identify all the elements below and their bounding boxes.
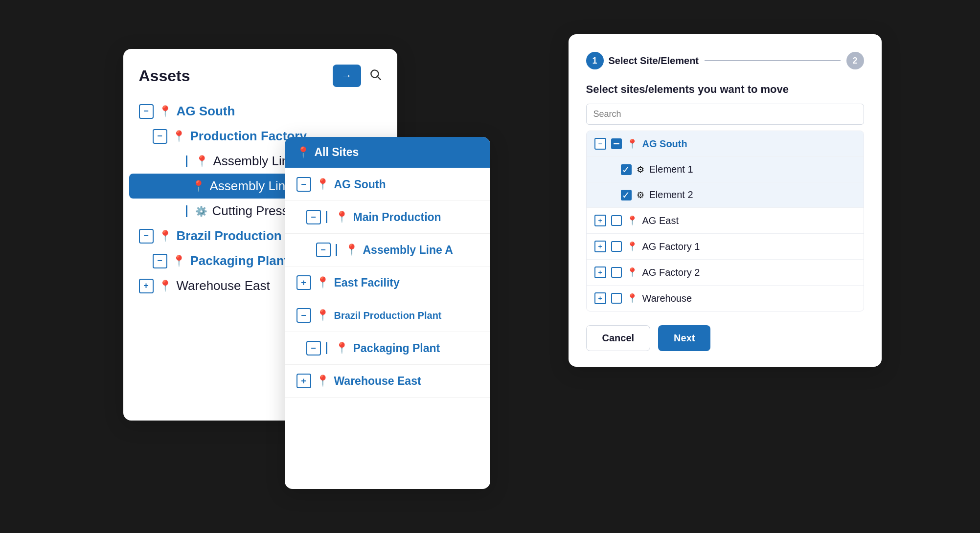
item-label: Warehouse bbox=[642, 293, 692, 304]
toggle-sm[interactable]: + bbox=[594, 215, 606, 226]
site-label: Packaging Plant bbox=[353, 342, 440, 355]
location-icon: 📍 bbox=[316, 309, 329, 322]
modal-search-input[interactable] bbox=[586, 104, 864, 125]
search-button[interactable] bbox=[369, 68, 382, 84]
location-icon: 📍 bbox=[627, 267, 638, 278]
checkbox-element-1[interactable]: ✓ bbox=[621, 164, 632, 175]
toggle-sm[interactable]: + bbox=[594, 241, 606, 252]
step-2-circle: 2 bbox=[846, 52, 864, 69]
toggle-warehouse[interactable]: + bbox=[139, 279, 154, 293]
location-icon: 📍 bbox=[627, 138, 638, 149]
location-icon: 📍 bbox=[316, 276, 329, 289]
toggle-btn[interactable]: − bbox=[306, 210, 321, 224]
checkbox-ag-factory-1[interactable] bbox=[611, 241, 622, 252]
item-label: Element 1 bbox=[649, 164, 693, 175]
location-icon: 📍 bbox=[627, 241, 638, 252]
modal-list-item-warehouse[interactable]: + 📍 Warehouse bbox=[587, 286, 864, 311]
next-button[interactable]: Next bbox=[658, 325, 710, 351]
site-item-east-facility[interactable]: + 📍 East Facility bbox=[285, 266, 490, 299]
toggle-btn[interactable]: + bbox=[296, 275, 311, 290]
location-icon: 📍 bbox=[296, 146, 310, 159]
mfg-icon: ⚙️ bbox=[195, 205, 207, 217]
toggle-btn[interactable]: − bbox=[316, 243, 331, 257]
modal-list-item-element-2[interactable]: ✓ ⚙ Element 2 bbox=[587, 182, 864, 208]
modal-list: − 📍 AG South ✓ ⚙ Element 1 ✓ bbox=[586, 131, 864, 311]
site-item-main-production[interactable]: − 📍 Main Production bbox=[285, 201, 490, 234]
location-icon: 📍 bbox=[195, 155, 208, 168]
checkbox-element-2[interactable]: ✓ bbox=[621, 190, 632, 200]
tree-item-ag-south[interactable]: − 📍 AG South bbox=[123, 99, 397, 124]
tree-label: Warehouse East bbox=[177, 278, 270, 293]
toggle-btn[interactable]: − bbox=[306, 341, 321, 355]
site-label: All Sites bbox=[315, 146, 359, 159]
step-1-circle: 1 bbox=[586, 52, 604, 69]
tree-label: Cutting Press bbox=[212, 203, 289, 219]
location-icon: 📍 bbox=[316, 375, 329, 387]
toggle-btn[interactable]: − bbox=[296, 308, 311, 323]
site-label: Brazil Production Plant bbox=[334, 310, 442, 321]
toggle-brazil[interactable]: − bbox=[139, 229, 154, 244]
indent-line bbox=[186, 205, 187, 217]
location-icon: 📍 bbox=[172, 255, 185, 267]
toggle-packaging[interactable]: − bbox=[153, 254, 167, 268]
tree-label: AG South bbox=[177, 104, 235, 119]
step-divider bbox=[705, 60, 840, 61]
move-button[interactable] bbox=[333, 65, 361, 87]
item-label: AG Factory 1 bbox=[642, 241, 700, 252]
modal-list-item-element-1[interactable]: ✓ ⚙ Element 1 bbox=[587, 157, 864, 182]
modal-list-item-ag-south[interactable]: − 📍 AG South bbox=[587, 131, 864, 157]
toggle-sm[interactable]: + bbox=[594, 266, 606, 278]
site-item-assembly-line-a[interactable]: − 📍 Assembly Line A bbox=[285, 234, 490, 266]
checkbox-warehouse[interactable] bbox=[611, 293, 622, 304]
modal-subtitle: Select sites/elements you want to move bbox=[586, 83, 864, 96]
toggle-btn[interactable]: − bbox=[296, 177, 311, 192]
item-label: Element 2 bbox=[649, 189, 693, 200]
assets-title: Assets bbox=[139, 67, 190, 85]
location-icon: 📍 bbox=[335, 211, 348, 223]
location-icon: 📍 bbox=[627, 293, 638, 304]
item-label: AG East bbox=[642, 215, 679, 226]
location-icon: 📍 bbox=[627, 215, 638, 226]
toggle-sm[interactable]: + bbox=[594, 292, 606, 304]
indent-line bbox=[326, 211, 327, 223]
modal-list-item-ag-factory-2[interactable]: + 📍 AG Factory 2 bbox=[587, 260, 864, 286]
modal-steps: 1 Select Site/Element 2 bbox=[586, 52, 864, 69]
site-label: Warehouse East bbox=[334, 375, 421, 388]
site-item-ag-south[interactable]: − 📍 AG South bbox=[285, 168, 490, 201]
partial-check-icon bbox=[613, 140, 620, 147]
location-icon: 📍 bbox=[316, 178, 329, 191]
toggle-sm[interactable]: − bbox=[594, 138, 606, 150]
site-item-warehouse-east-2[interactable]: + 📍 Warehouse East bbox=[285, 365, 490, 398]
toggle-btn[interactable]: + bbox=[296, 374, 311, 388]
arrow-right-icon bbox=[342, 69, 352, 82]
modal-list-item-ag-east[interactable]: + 📍 AG East bbox=[587, 208, 864, 234]
site-label: Assembly Line A bbox=[363, 244, 453, 257]
svg-line-1 bbox=[377, 77, 380, 80]
checkbox-ag-east[interactable] bbox=[611, 215, 622, 226]
checkbox-ag-factory-2[interactable] bbox=[611, 267, 622, 278]
modal-actions: Cancel Next bbox=[586, 325, 864, 351]
item-label: AG Factory 2 bbox=[642, 267, 700, 278]
svg-rect-2 bbox=[614, 143, 619, 144]
toggle-ag-south[interactable]: − bbox=[139, 104, 154, 119]
cancel-button[interactable]: Cancel bbox=[586, 325, 651, 351]
location-icon-selected: 📍 bbox=[192, 180, 205, 193]
site-item-packaging-plant[interactable]: − 📍 Packaging Plant bbox=[285, 332, 490, 365]
modal-panel: 1 Select Site/Element 2 Select sites/ele… bbox=[569, 34, 882, 367]
location-icon: 📍 bbox=[159, 105, 172, 118]
indent-line bbox=[336, 244, 337, 256]
site-label: East Facility bbox=[334, 276, 400, 289]
mfg-icon: ⚙ bbox=[637, 190, 644, 200]
checkbox-ag-south[interactable] bbox=[611, 138, 622, 149]
indent-line bbox=[186, 155, 187, 167]
toggle-production-factory[interactable]: − bbox=[153, 129, 167, 144]
mfg-icon: ⚙ bbox=[637, 164, 644, 175]
tree-label: Packaging Plant bbox=[190, 253, 289, 268]
search-icon bbox=[369, 68, 382, 81]
site-item-all-sites[interactable]: 📍 All Sites bbox=[285, 137, 490, 168]
header-actions bbox=[333, 65, 382, 87]
location-icon: 📍 bbox=[345, 244, 358, 256]
site-item-brazil-production[interactable]: − 📍 Brazil Production Plant bbox=[285, 299, 490, 332]
sites-panel: 📍 All Sites − 📍 AG South − 📍 Main Produc… bbox=[285, 137, 490, 489]
modal-list-item-ag-factory-1[interactable]: + 📍 AG Factory 1 bbox=[587, 234, 864, 260]
